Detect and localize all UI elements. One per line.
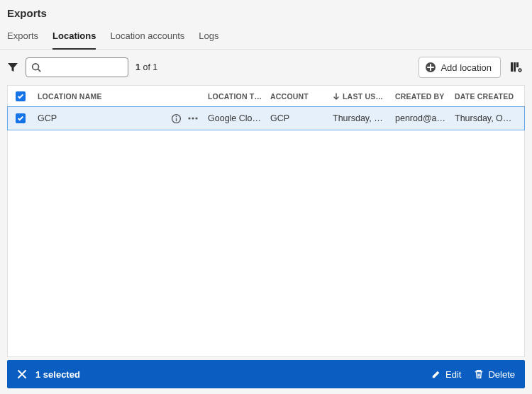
result-counter: 1 of 1 [135,62,157,72]
delete-label: Delete [488,369,515,380]
cell-last-used: Thursday, O… [328,113,391,123]
info-icon[interactable] [170,113,182,124]
page-title: Exports [0,0,532,23]
check-icon [17,115,24,122]
filter-icon[interactable] [7,62,18,73]
more-icon[interactable] [187,113,199,124]
selection-bar: 1 selected Edit Delete [7,360,525,388]
table-row[interactable]: GCP Google Clo… GCP Thursday, O… penrod@… [7,106,525,130]
add-location-label: Add location [440,62,492,73]
svg-point-12 [195,117,197,119]
add-circle-icon [425,62,436,73]
selection-count-label: 1 selected [35,369,80,380]
tab-bar: Exports Locations Location accounts Logs [0,23,532,50]
edit-button[interactable]: Edit [431,369,461,380]
edit-label: Edit [445,369,461,380]
col-header-created-by[interactable]: CREATED BY [391,92,450,101]
add-location-button[interactable]: Add location [419,57,501,78]
cell-name: GCP [38,113,57,123]
search-icon [31,62,41,72]
check-icon [17,93,24,100]
clear-selection-button[interactable] [17,369,27,379]
cell-type: Google Clo… [204,113,266,123]
pencil-icon [431,369,441,379]
row-checkbox[interactable] [16,113,26,123]
svg-line-1 [38,69,41,72]
col-header-account[interactable]: ACCOUNT [266,92,328,101]
svg-rect-5 [516,62,519,67]
tab-logs[interactable]: Logs [199,23,218,49]
svg-point-0 [33,64,39,70]
tab-exports[interactable]: Exports [7,23,38,49]
select-all-checkbox[interactable] [16,91,26,101]
toolbar: 1 of 1 Add location [0,50,532,85]
col-header-name[interactable]: LOCATION NAME [33,92,204,101]
svg-rect-4 [514,62,516,72]
svg-point-11 [192,117,194,119]
svg-point-6 [519,69,521,71]
tab-location-accounts[interactable]: Location accounts [110,23,184,49]
cell-created-by: penrod@ad… [391,113,450,123]
svg-rect-3 [511,62,513,72]
columns-gear-icon [510,61,523,74]
delete-button[interactable]: Delete [474,369,515,380]
col-header-last-used[interactable]: LAST US… [328,92,391,101]
column-settings-button[interactable] [508,59,525,76]
cell-date-created: Thursday, O… [450,113,519,123]
col-header-date-created[interactable]: DATE CREATED [450,92,519,101]
locations-table: LOCATION NAME LOCATION TY… ACCOUNT LAST … [7,85,525,357]
col-header-type[interactable]: LOCATION TY… [204,92,266,101]
table-header-row: LOCATION NAME LOCATION TY… ACCOUNT LAST … [8,86,524,107]
cell-account: GCP [266,113,328,123]
sort-desc-icon [333,93,340,100]
tab-locations[interactable]: Locations [52,23,96,50]
trash-icon [474,369,484,379]
svg-point-9 [175,116,177,117]
close-icon [17,369,27,379]
svg-point-10 [188,117,190,119]
